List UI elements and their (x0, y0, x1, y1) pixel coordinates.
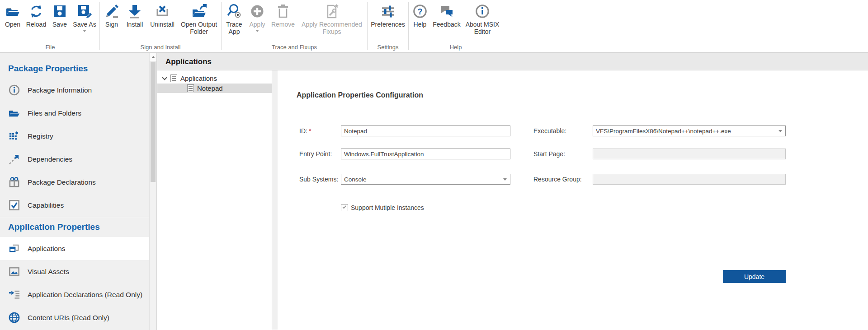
dropdown-arrow-icon[interactable] (778, 130, 782, 132)
feedback-button[interactable]: Feedback (430, 0, 463, 28)
tree-item-applications-root[interactable]: Applications (157, 73, 272, 84)
sidebar-item-visual-assets[interactable]: Visual Assets (0, 260, 149, 283)
remove-button[interactable]: Remove (269, 0, 297, 28)
button-label: About MSIX Editor (463, 21, 502, 35)
section-header-application-properties: Application Properties (0, 217, 149, 237)
svg-text:?: ? (418, 7, 423, 16)
id-input[interactable] (341, 125, 510, 136)
sign-button[interactable]: Sign (101, 0, 123, 28)
applications-tree: Applications Notepad (157, 70, 272, 330)
ribbon-separator (221, 2, 222, 50)
folder-icon (8, 107, 20, 119)
chevron-down-icon[interactable] (162, 75, 167, 80)
button-label: Open Output Folder (178, 21, 220, 35)
panel-splitter[interactable] (272, 70, 278, 330)
sidebar-item-content-uris[interactable]: Content URIs (Read Only) (0, 306, 149, 329)
button-label: Preferences (371, 21, 405, 28)
open-output-folder-icon (191, 3, 207, 19)
button-label: Remove (271, 21, 295, 28)
ribbon-separator (408, 2, 409, 50)
button-label: Uninstall (150, 21, 175, 28)
ribbon-separator (99, 2, 100, 50)
sidebar-scrollbar[interactable] (149, 53, 157, 330)
support-multiple-instances-checkbox[interactable] (341, 204, 348, 211)
sidebar-item-label: Dependencies (28, 155, 72, 163)
chevron-down-icon (83, 30, 86, 32)
executable-combo[interactable] (593, 125, 786, 136)
about-info-icon (474, 3, 491, 19)
entry-point-input[interactable] (341, 149, 510, 159)
install-button[interactable]: Install (123, 0, 147, 28)
update-button[interactable]: Update (723, 270, 786, 283)
fixups-document-icon (324, 3, 340, 19)
scrollbar-thumb[interactable] (151, 62, 156, 182)
sidebar-item-package-declarations[interactable]: Package Declarations (0, 171, 149, 194)
sidebar-item-label: Content URIs (Read Only) (28, 314, 109, 322)
ribbon-group-label: Trace and Fixups (222, 44, 366, 52)
trace-app-button[interactable]: Trace App (222, 0, 246, 35)
chevron-down-icon (255, 30, 259, 32)
sidebar-item-applications[interactable]: Applications (0, 237, 149, 260)
feedback-bubbles-icon (439, 3, 455, 19)
page-title: Applications (157, 53, 868, 70)
sidebar-item-dependencies[interactable]: Dependencies (0, 148, 149, 171)
sidebar-item-label: Package Information (28, 86, 92, 94)
reload-button[interactable]: Reload (24, 0, 49, 28)
checkmark-icon (343, 205, 346, 209)
package-gift-icon (8, 176, 20, 188)
sidebar-item-label: Registry (28, 132, 53, 140)
sidebar-item-label: Files and Folders (28, 109, 81, 117)
form-heading: Application Properties Configuration (297, 91, 423, 99)
sidebar-item-files-and-folders[interactable]: Files and Folders (0, 102, 149, 125)
apply-plus-icon (249, 3, 265, 19)
apply-button[interactable]: Apply (246, 0, 269, 32)
ribbon-group-sign-install: Sign Install Uninstall (101, 0, 220, 52)
open-button[interactable]: Open (2, 0, 24, 28)
preferences-button[interactable]: Preferences (368, 0, 407, 28)
sidebar-item-registry[interactable]: Registry (0, 125, 149, 148)
remove-trash-icon (275, 3, 291, 19)
document-icon (170, 74, 177, 82)
save-as-icon (76, 3, 93, 19)
scrollbar-up-button[interactable] (150, 53, 156, 61)
help-button[interactable]: ? Help (410, 0, 430, 28)
sub-systems-combo[interactable] (341, 174, 510, 185)
main-content: Applications Applications Notepad Applic… (157, 53, 868, 330)
install-icon (127, 3, 143, 19)
button-label: Apply Recommended Fixups (297, 21, 366, 35)
about-msix-editor-button[interactable]: About MSIX Editor (463, 0, 502, 35)
required-asterisk: * (309, 127, 311, 135)
tree-item-label: Applications (180, 74, 217, 82)
tree-item-notepad[interactable]: Notepad (157, 84, 272, 93)
section-header-package-properties: Package Properties (0, 59, 149, 79)
triangle-up-icon (151, 56, 155, 58)
button-label: Install (127, 21, 143, 28)
sidebar-item-package-information[interactable]: Package Information (0, 79, 149, 102)
sidebar-item-capabilities[interactable]: Capabilities (0, 194, 149, 217)
sidebar-item-application-declarations[interactable]: Application Declarations (Read Only) (0, 283, 149, 306)
ribbon-group-label: Settings (368, 44, 407, 52)
save-icon (52, 3, 68, 19)
uninstall-button[interactable]: Uninstall (147, 0, 178, 28)
ribbon-group-label: Help (410, 44, 502, 52)
apply-recommended-fixups-button[interactable]: Apply Recommended Fixups (297, 0, 366, 35)
dropdown-arrow-icon[interactable] (503, 178, 507, 181)
open-output-folder-button[interactable]: Open Output Folder (178, 0, 220, 35)
save-as-button[interactable]: Save As (71, 0, 99, 32)
button-label: Open (5, 21, 20, 28)
sign-pencil-icon (104, 3, 120, 19)
info-circle-icon (8, 84, 20, 96)
ribbon-group-trace-fixups: Trace App Apply Remove (222, 0, 366, 52)
ribbon-toolbar: Open Reload (0, 0, 868, 53)
start-page-label: Start Page: (533, 149, 565, 159)
save-button[interactable]: Save (49, 0, 71, 28)
button-label: Help (414, 21, 427, 28)
ribbon-separator (367, 2, 368, 50)
ribbon-group-settings: Preferences Settings (368, 0, 407, 52)
support-multiple-instances-label: Support Mutiple Instances (351, 202, 424, 213)
globe-icon (8, 311, 20, 324)
button-label: Save As (73, 21, 96, 28)
document-icon (187, 84, 194, 92)
sidebar-item-label: Application Declarations (Read Only) (28, 291, 142, 299)
button-label: Reload (26, 21, 46, 28)
